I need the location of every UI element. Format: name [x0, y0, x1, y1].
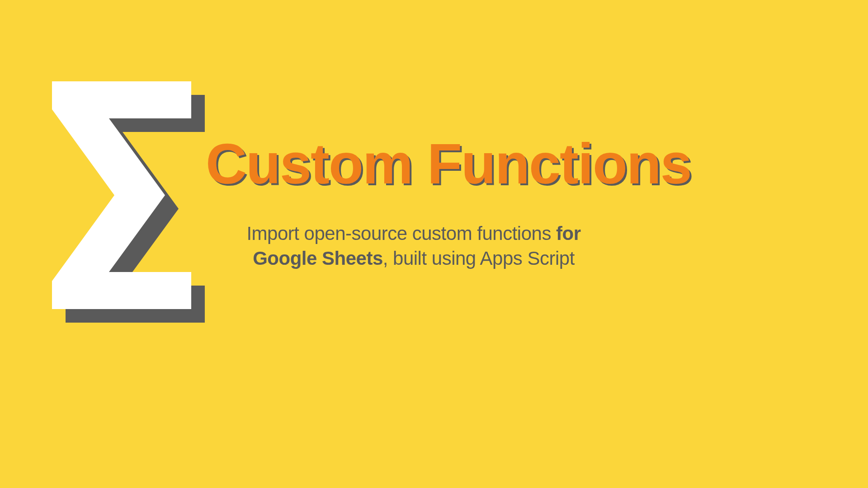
headline: Custom Functions Custom Functions	[206, 136, 691, 192]
subtitle-text-pre: Import open-source custom functions	[246, 223, 556, 244]
subtitle-text-post: , built using Apps Script	[383, 248, 575, 269]
headline-text: Custom Functions	[206, 132, 691, 196]
subtitle: Import open-source custom functions for …	[217, 221, 610, 271]
promo-slide: Custom Functions Custom Functions Import…	[0, 0, 868, 488]
sigma-icon	[52, 81, 201, 307]
